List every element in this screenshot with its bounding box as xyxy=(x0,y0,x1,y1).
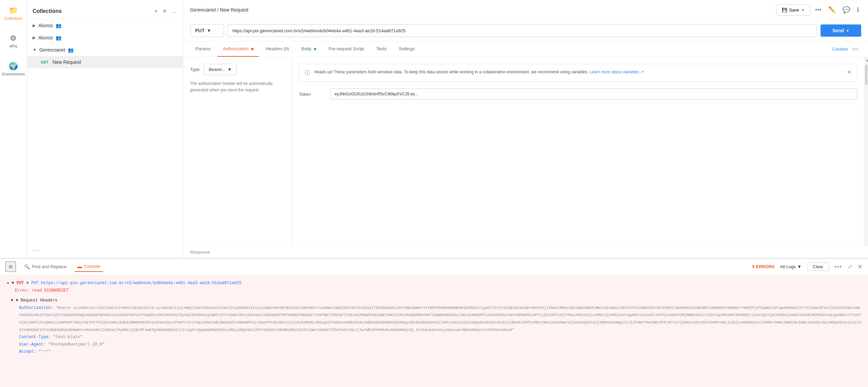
expand-button[interactable]: ⤢ xyxy=(848,263,852,270)
type-row: Type Bearer... ▼ xyxy=(190,64,285,75)
tab-headers[interactable]: Headers (9) xyxy=(260,41,295,57)
sidebar-item-collections[interactable]: 📁 Collections xyxy=(2,3,25,23)
sidebar-item-apis[interactable]: ⚙ APIs xyxy=(7,31,20,51)
sidebar-item-environments[interactable]: 🌍 Environments xyxy=(0,59,27,79)
request-tabs: Params Authorization Headers (9) Body Pr… xyxy=(183,41,868,57)
sidebar-bottom-more[interactable]: ... xyxy=(27,240,183,258)
content-type-value: "text/plain" xyxy=(53,335,82,339)
log-filter-dropdown[interactable]: All Logs ▼ xyxy=(780,264,801,269)
breadcrumb-current: New Request xyxy=(220,7,248,13)
add-collection-button[interactable]: + xyxy=(153,7,159,16)
request-method-badge: GET xyxy=(41,60,49,64)
console-error-row: ● ▼ PUT ▼ PUT https://api-pix.gerenciane… xyxy=(7,280,861,287)
info-button[interactable]: ℹ xyxy=(855,4,861,16)
breadcrumb-parent: Gerencianet xyxy=(190,7,216,13)
sidebar-item-new-request-label: New Request xyxy=(53,59,81,65)
console-label: Console xyxy=(84,264,100,269)
collections-title: Collections xyxy=(33,8,62,14)
tab-tests[interactable]: Tests xyxy=(371,41,392,57)
response-label: Response xyxy=(190,250,210,255)
bottom-panel: ⊞ 🔍 Find and Replace ▬ Console 5 ERRORS … xyxy=(0,258,868,387)
sidebar-header: Collections + ≡ ... xyxy=(27,0,183,19)
tab-body[interactable]: Body xyxy=(296,41,322,57)
chevron-right-icon-2: ▶ xyxy=(33,35,36,40)
tab-headers-label: Headers (9) xyxy=(266,46,289,51)
edit-button[interactable]: ✏️ xyxy=(826,4,838,16)
body-dot xyxy=(314,48,316,50)
type-selector[interactable]: Bearer... ▼ xyxy=(204,64,237,75)
layout-toggle-button[interactable]: ⊞ xyxy=(5,261,16,272)
console-close-button[interactable]: ✕ xyxy=(857,263,863,271)
auth-right-panel: ⓘ Heads up! These parameters hold sensit… xyxy=(292,57,864,246)
save-label: Save xyxy=(789,7,799,13)
app: 📁 Collections ⚙ APIs 🌍 Environments Coll… xyxy=(0,0,868,387)
team-icon-1: 👥 xyxy=(56,23,61,28)
tab-pre-request-label: Pre-request Script xyxy=(328,46,364,51)
console-more-button[interactable]: ••• xyxy=(834,264,842,270)
headers-toggle[interactable]: ▼ xyxy=(11,298,16,303)
apis-icon: ⚙ xyxy=(10,34,17,43)
find-replace-label: Find and Replace xyxy=(32,264,67,269)
method-selector[interactable]: PUT ▼ xyxy=(190,24,224,37)
find-replace-tab[interactable]: 🔍 Find and Replace xyxy=(21,262,69,272)
notice-close-button[interactable]: ✕ xyxy=(847,69,851,75)
request-header: Gerencianet / New Request 💾 Save ▼ ••• ✏… xyxy=(183,0,868,20)
method-label: PUT xyxy=(195,28,205,33)
save-icon: 💾 xyxy=(782,7,787,13)
sidebar-item-alunos-1[interactable]: ▶ Alunos 👥 xyxy=(27,19,183,32)
tab-authorization-label: Authorization xyxy=(223,46,249,51)
tab-pre-request[interactable]: Pre-request Script xyxy=(323,41,370,57)
chevron-down-icon: ▼ xyxy=(33,48,37,52)
error-message: Error: read ECONNRESET xyxy=(15,288,69,293)
url-input[interactable] xyxy=(227,24,817,37)
sidebar-item-alunos-1-label: Alunos xyxy=(38,23,53,28)
request-headers-section: ▼ ▼ Request Headers xyxy=(7,297,861,305)
authorization-panel: Type Bearer... ▼ The authorization heade… xyxy=(183,57,868,246)
token-input[interactable] xyxy=(330,89,857,99)
sidebar-header-actions: + ≡ ... xyxy=(153,7,177,16)
console-tab[interactable]: ▬ Console xyxy=(75,262,103,272)
team-icon-2: 👥 xyxy=(56,35,61,40)
clear-button[interactable]: Clear xyxy=(807,262,829,271)
sidebar-item-gerencianet-label: Gerencianet xyxy=(39,47,65,53)
code-button[interactable]: </> xyxy=(849,44,861,54)
filter-button[interactable]: ≡ xyxy=(162,7,167,16)
response-bar: Response xyxy=(183,246,868,258)
left-panel: 📁 Collections ⚙ APIs 🌍 Environments Coll… xyxy=(0,0,183,258)
tab-params[interactable]: Params xyxy=(190,41,216,57)
send-button[interactable]: Send ▼ xyxy=(820,24,861,37)
sidebar-nav: ▶ Alunos 👥 ▶ Alunos 👥 ▼ Gerencianet xyxy=(27,19,183,240)
request-headers-label: ▼ Request Headers xyxy=(16,298,57,303)
save-dropdown-arrow[interactable]: ▼ xyxy=(801,8,805,12)
url-bar: PUT ▼ Send ▼ xyxy=(183,20,868,41)
main-area: 📁 Collections ⚙ APIs 🌍 Environments Coll… xyxy=(0,0,868,258)
sidebar-item-new-request[interactable]: GET New Request xyxy=(27,56,183,68)
sidebar-more-button[interactable]: ... xyxy=(170,7,177,16)
tab-body-label: Body xyxy=(301,46,312,51)
accept-row: Accept: "*/*" xyxy=(7,348,861,356)
notice-link[interactable]: Learn more about variables ↗ xyxy=(589,70,643,74)
save-button[interactable]: 💾 Save ▼ xyxy=(776,4,811,16)
send-dropdown-arrow[interactable]: ▼ xyxy=(846,29,849,33)
scroll-up-arrow[interactable]: ▲ xyxy=(864,57,868,63)
content-type-key: Content-Type: xyxy=(19,335,51,339)
team-icon-3: 👥 xyxy=(68,47,74,53)
errors-badge: 5 ERRORS xyxy=(752,264,775,269)
tab-settings-label: Settings xyxy=(399,46,415,51)
sidebar-item-gerencianet[interactable]: ▼ Gerencianet 👥 xyxy=(27,44,183,56)
comment-button[interactable]: 💬 xyxy=(841,4,852,16)
collections-icon: 📁 xyxy=(9,6,18,15)
sidebar-item-alunos-2[interactable]: ▶ Alunos 👥 xyxy=(27,32,183,44)
tab-authorization[interactable]: Authorization xyxy=(218,41,259,57)
more-options-button[interactable]: ••• xyxy=(813,4,824,16)
notice-box: ⓘ Heads up! These parameters hold sensit… xyxy=(299,64,857,82)
error-toggle[interactable]: ▼ xyxy=(12,281,16,285)
sidebar-item-environments-label: Environments xyxy=(2,72,25,76)
scroll-thumb[interactable] xyxy=(865,65,867,85)
user-agent-key: User-Agent: xyxy=(19,342,46,347)
tab-settings[interactable]: Settings xyxy=(393,41,420,57)
tab-cookies[interactable]: Cookies xyxy=(832,47,848,52)
token-label: Token xyxy=(299,92,326,97)
tab-cookies-label: Cookies xyxy=(832,47,848,52)
user-agent-row: User-Agent: "PostmanRuntime/7.28.0" xyxy=(7,341,861,349)
